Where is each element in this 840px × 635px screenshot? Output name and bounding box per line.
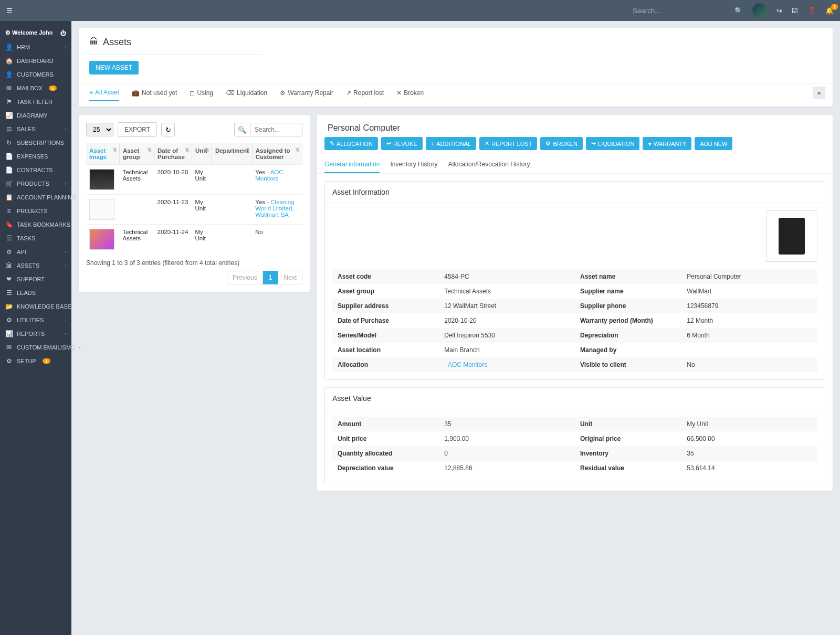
bell-icon[interactable]: 🔔1 — [825, 7, 834, 15]
sidebar-item-api[interactable]: ⚙API‹ — [0, 245, 71, 259]
sidebar-label: API — [17, 249, 26, 255]
prev-page-button[interactable]: Previous — [227, 271, 263, 284]
check-icon[interactable]: ☑ — [792, 7, 798, 15]
menu-toggle-icon[interactable]: ☰ — [6, 7, 19, 15]
global-search-input[interactable] — [629, 4, 734, 18]
tab-all-asset[interactable]: ≡All Asset — [89, 89, 119, 101]
customer-link[interactable]: AOC Monitors — [255, 169, 283, 182]
tab-icon: ✕ — [396, 89, 402, 97]
detail-tab-general-information[interactable]: General information — [324, 156, 380, 173]
action-icon: ✎ — [330, 140, 334, 147]
sidebar-item-support[interactable]: ❤SUPPORT — [0, 272, 71, 286]
sidebar-icon: ☰ — [5, 289, 13, 297]
sidebar-icon: ⚑ — [5, 98, 13, 105]
warranty-button[interactable]: ♥ WARRANTY — [643, 137, 691, 150]
sidebar-item-diagramy[interactable]: 📈DIAGRAMY — [0, 109, 71, 122]
info-row: Asset groupTechnical AssetsSupplier name… — [332, 284, 817, 299]
sidebar-item-contracts[interactable]: 📄CONTRACTS — [0, 163, 71, 177]
sidebar-item-customers[interactable]: 👤CUSTOMERS — [0, 68, 71, 81]
next-page-button[interactable]: Next — [278, 271, 302, 284]
sidebar-item-sales[interactable]: ⚖SALES‹ — [0, 122, 71, 136]
bank-icon: 🏛 — [89, 37, 99, 48]
asset-thumb — [89, 229, 114, 250]
sidebar-item-knowledge-base[interactable]: 📂KNOWLEDGE BASE — [0, 300, 71, 313]
sidebar-item-reports[interactable]: 📊REPORTS‹ — [0, 327, 71, 341]
sort-icon: ⇅ — [113, 147, 117, 153]
customer-link[interactable]: Cleaning World Limited, - Wallmart SA — [255, 199, 297, 218]
avatar[interactable] — [752, 3, 767, 18]
sidebar-label: PRODUCTS — [17, 181, 49, 187]
refresh-icon[interactable]: ↻ — [161, 123, 175, 136]
col-header[interactable]: Assigned to Customer⇅ — [252, 143, 302, 165]
page-size-select[interactable]: 25 — [86, 123, 113, 136]
asset-image — [766, 210, 817, 262]
sidebar-item-task-filter[interactable]: ⚑TASK FILTER — [0, 95, 71, 109]
share-icon[interactable]: ↪ — [776, 7, 782, 15]
report-lost-button[interactable]: ✕ REPORT LOST — [479, 137, 537, 150]
sidebar-item-products[interactable]: 🛒PRODUCTS‹ — [0, 177, 71, 190]
allocation-button[interactable]: ✎ ALLOCATION — [324, 137, 378, 150]
col-header[interactable]: Department⇅ — [212, 143, 252, 165]
sidebar-item-account-planning[interactable]: 📋ACCOUNT PLANNING — [0, 190, 71, 204]
sidebar-item-expenses[interactable]: 📄EXPENSES — [0, 150, 71, 163]
sidebar-label: CONTRACTS — [17, 167, 52, 173]
sidebar-item-mailbox[interactable]: ✉MAILBOX6 — [0, 81, 71, 95]
tab-icon: ↗ — [346, 89, 351, 97]
detail-title: Personal Computer — [317, 115, 833, 137]
add-new-button[interactable]: ADD NEW — [695, 137, 732, 150]
new-asset-button[interactable]: NEW ASSET — [89, 61, 139, 75]
col-header[interactable]: Date of Purchase⇅ — [154, 143, 192, 165]
sidebar-item-dashboard[interactable]: 🏠DASHBOARD — [0, 54, 71, 68]
liquidation-button[interactable]: ↪ LIQUIDATION — [586, 137, 639, 150]
tab-icon: 💼 — [132, 89, 140, 97]
chevron-left-icon: ‹ — [65, 331, 66, 336]
tab-report-lost[interactable]: ↗Report lost — [346, 89, 384, 101]
col-header[interactable]: Unit⇅ — [192, 143, 212, 165]
sidebar-item-hrm[interactable]: 👤HRM‹ — [0, 40, 71, 54]
sidebar-icon: 📈 — [5, 112, 13, 119]
additional-button[interactable]: + ADDITIONAL — [426, 137, 476, 150]
table-row[interactable]: Technical Assets2020-11-24My UnitNo — [86, 225, 302, 255]
tab-not-used-yet[interactable]: 💼Not used yet — [132, 89, 177, 101]
sidebar-item-leads[interactable]: ☰LEADS — [0, 286, 71, 300]
export-button[interactable]: EXPORT — [118, 122, 157, 137]
table-search-input[interactable] — [250, 123, 302, 136]
sidebar-item-assets[interactable]: 🏛ASSETS‹ — [0, 259, 71, 272]
revoke-button[interactable]: ↩ REVOKE — [381, 137, 423, 150]
broken-button[interactable]: ⚙ BROKEN — [540, 137, 582, 150]
help-icon[interactable]: ❓ — [807, 7, 816, 15]
detail-tab-inventory-history[interactable]: Inventory History — [390, 156, 437, 173]
sidebar-item-custom-email-sms[interactable]: ✉CUSTOM EMAIL/SMS‹ — [0, 341, 71, 354]
col-header[interactable]: Asset Image⇅ — [86, 143, 119, 165]
sidebar-icon: 🔖 — [5, 221, 13, 228]
search-icon[interactable]: 🔍 — [734, 7, 743, 15]
sidebar-label: REPORTS — [17, 331, 45, 337]
sidebar-item-tasks[interactable]: ☰TASKS — [0, 231, 71, 245]
sidebar-item-projects[interactable]: ≡PROJECTS — [0, 204, 71, 218]
page-1-button[interactable]: 1 — [263, 271, 278, 284]
chevron-left-icon: ‹ — [65, 263, 66, 268]
power-icon[interactable]: ⏻ — [60, 30, 66, 36]
tab-warranty-repair[interactable]: ⚙Warranty Repair — [280, 89, 333, 101]
detail-tab-allocation-revocation-history[interactable]: Allocation/Revocation History — [448, 156, 530, 173]
sidebar-item-utilities[interactable]: ⚙UTILITIES‹ — [0, 313, 71, 327]
expand-icon[interactable]: » — [813, 87, 825, 99]
page-header: 🏛Assets — [79, 28, 833, 61]
sidebar-label: CUSTOMERS — [17, 71, 54, 78]
tab-liquidation[interactable]: ⌫Liquidation — [226, 89, 267, 101]
table-search-icon[interactable]: 🔍 — [234, 123, 250, 136]
tab-broken[interactable]: ✕Broken — [396, 89, 424, 101]
col-header[interactable]: Asset group⇅ — [119, 143, 154, 165]
sidebar-item-subscriptions[interactable]: ↻SUBSCRIPTIONS — [0, 136, 71, 150]
sidebar-item-setup[interactable]: ⚙SETUP1 — [0, 354, 71, 368]
sidebar-label: TASK FILTER — [17, 99, 52, 105]
table-row[interactable]: 2020-11-23My UnitYes - Cleaning World Li… — [86, 195, 302, 225]
sidebar-icon: 👤 — [5, 71, 13, 78]
sidebar-icon: ≡ — [5, 207, 13, 215]
allocation-link[interactable]: AOC Monitors — [448, 361, 487, 368]
sidebar-label: LEADS — [17, 290, 36, 296]
info-row: Series/ModelDell Inspiron 5530Depreciati… — [332, 328, 817, 343]
table-row[interactable]: Technical Assets2020-10-20My UnitYes - A… — [86, 165, 302, 195]
sidebar-item-task-bookmarks[interactable]: 🔖TASK BOOKMARKS — [0, 218, 71, 231]
tab-using[interactable]: ◻Using — [190, 89, 213, 101]
